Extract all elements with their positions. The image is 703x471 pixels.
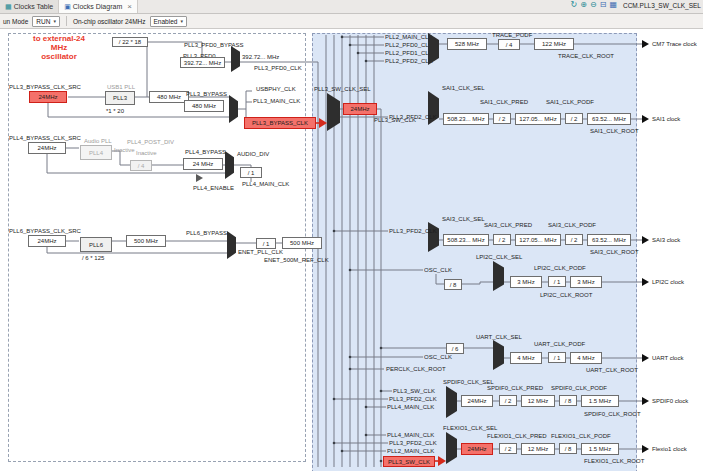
divider-enet-500m[interactable]: / 1 (256, 238, 276, 249)
value-spdif0-podf[interactable]: 1.5 MHz (581, 395, 619, 407)
clock-output[interactable]: SAI3 clock (652, 236, 680, 244)
clock-output[interactable]: SAI1 clock (652, 115, 680, 123)
value-pll3-pfd0[interactable]: 392.72... MHz (180, 57, 225, 68)
value-pll3-out[interactable]: 480 MHz (149, 91, 189, 103)
divider-spdif0-clk-podf[interactable]: / 8 (559, 395, 577, 406)
divider-uart-clk-podf[interactable]: / 1 (548, 352, 566, 363)
chevron-down-icon: ▾ (53, 18, 56, 24)
label-flexio1-clk-pred: FLEXIO1_CLK_PRED (487, 433, 547, 440)
label-spdif0-in-pll4-main-clk: PLL4_MAIN_CLK (387, 404, 434, 411)
block-pll3[interactable]: PLL3 (105, 91, 135, 105)
osc-select[interactable]: Enabled ▾ (150, 16, 187, 27)
value-trace-clk-root[interactable]: 122 MHz (534, 38, 574, 50)
tab-label: Clocks Table (14, 3, 54, 10)
value-flexio1-in-pll3-sw-clk[interactable]: PLL3_SW_CLK (383, 456, 435, 467)
value-lpi2c-sel[interactable]: 3 MHz (510, 276, 542, 288)
value-spdif0-sel[interactable]: 24MHz (461, 395, 493, 407)
clock-output[interactable]: LPI2C clock (652, 278, 684, 286)
block-pll6[interactable]: PLL6 (80, 237, 112, 252)
clock-output[interactable]: Flexio1 clock (652, 445, 687, 453)
label-flexio1-in-pll2-main-clk: PLL2_MAIN_CLK (387, 448, 434, 455)
grid-icon[interactable]: ▦ (609, 1, 617, 9)
label-uart-clk-sel: UART_CLK_SEL (476, 334, 522, 341)
label-usb1-pll: USB1 PLL (107, 84, 135, 91)
value-sai1-podf[interactable]: 63.52... MHz (587, 113, 631, 125)
value-enet-500m[interactable]: 500 MHz (282, 237, 322, 249)
clock-output-arrow-icon (642, 397, 649, 405)
label-uart-clk-root: UART_CLK_ROOT (586, 367, 638, 374)
editor-tabbar: ▦ Clocks Table ▣ Clocks Diagram × ↻ ⊕ ⊖ … (0, 0, 703, 14)
chevron-down-icon: ▾ (180, 18, 183, 24)
run-mode-select[interactable]: RUN ▾ (32, 16, 60, 27)
value-spdif0-pred[interactable]: 12 MHz (521, 395, 555, 407)
label-flexio1-in-pll4-main-clk: PLL4_MAIN_CLK (387, 432, 434, 439)
close-tab-icon[interactable]: × (127, 3, 132, 11)
value-flexio1-pred[interactable]: 12 MHz (521, 443, 555, 455)
divider-sai3-clk-pred[interactable]: / 2 (493, 234, 511, 245)
value-pll6-out[interactable]: 500 MHz (126, 235, 166, 247)
value-pll4-bypass-clk-src[interactable]: 24MHz (28, 142, 66, 154)
divider-audio-div[interactable]: / 1 (240, 167, 262, 178)
zoom-fit-icon[interactable]: ⊟ (600, 1, 607, 9)
value-uart-sel[interactable]: 4 MHz (510, 352, 542, 364)
clock-output[interactable]: SPDIF0 clock (652, 397, 688, 405)
zoom-out-icon[interactable]: ⊖ (590, 1, 597, 9)
value-pll3-pfd0-clk: 392.72... MHz (242, 54, 279, 61)
clock-output[interactable]: UART clock (652, 354, 683, 362)
value-pll3-bypass[interactable]: 480 MHz (184, 100, 224, 112)
clock-diagram-canvas[interactable]: to external-24 MHz oscillator/ 22 * 18PL… (0, 29, 703, 471)
divider-uart-pll3[interactable]: / 6 (446, 343, 464, 354)
clocks-tool-window: ▦ Clocks Table ▣ Clocks Diagram × ↻ ⊕ ⊖ … (0, 0, 703, 471)
value-trace-sel[interactable]: 528 MHz (447, 38, 487, 50)
label-trace-in-pll2-pfd0-clk: PLL2_PFD0_CLK (385, 42, 433, 49)
value-sai3-podf[interactable]: 63.52... MHz (587, 234, 631, 246)
clock-output[interactable]: CM7 Trace clock (652, 40, 697, 48)
value-uart-podf[interactable]: 4 MHz (570, 352, 602, 364)
divider-flexio1-clk-podf[interactable]: / 8 (559, 443, 577, 454)
value-sai1-sel[interactable]: 508.23... MHz (443, 113, 489, 125)
label-pll4-inactive: Inactive (114, 147, 135, 154)
divider-trace-podf[interactable]: / 4 (498, 39, 520, 50)
value-flexio1-podf[interactable]: 1.5 MHz (581, 443, 619, 455)
label-perclk-clk-root: PERCLK_CLK_ROOT (386, 366, 446, 373)
value-flexio1-sel[interactable]: 24MHz (461, 443, 493, 455)
divider-flexio1-clk-pred[interactable]: / 2 (499, 443, 517, 454)
divider-spdif0-clk-pred[interactable]: / 2 (499, 395, 517, 406)
divider-pll4-post-div[interactable]: / 4 (130, 160, 152, 171)
value-pll4-bypass[interactable]: 24 MHz (183, 158, 223, 170)
divider-pll3-pfd0-frac[interactable]: / 22 * 18 (112, 37, 148, 47)
label-pll4-bypass-clk-src: PLL4_BYPASS_CLK_SRC (9, 135, 81, 142)
label-lpi2c-clk-root: LPI2C_CLK_ROOT (540, 292, 592, 299)
pll4-enable-gate[interactable] (196, 174, 203, 182)
tab-label: Clocks Diagram (73, 3, 122, 10)
value-sai1-pred[interactable]: 127.05... MHz (515, 113, 561, 125)
label-lpi2c-clk-sel: LPI2C_CLK_SEL (476, 254, 522, 261)
divider-lpi2c-clk-podf[interactable]: / 1 (548, 276, 566, 287)
label-spdif0-clk-podf: SPDIF0_CLK_PODF (551, 385, 607, 392)
label-spdif0-clk-pred: SPDIF0_CLK_PRED (487, 385, 543, 392)
view-toolbar: un Mode RUN ▾ On-chip oscillator 24MHz E… (0, 14, 703, 29)
value-lpi2c-podf[interactable]: 3 MHz (570, 276, 602, 288)
divider-sai1-clk-pred[interactable]: / 2 (493, 113, 511, 124)
block-pll4[interactable]: PLL4 (80, 145, 112, 160)
value-sai3-pred[interactable]: 127.05... MHz (515, 234, 561, 246)
label-pll4-enable: PLL4_ENABLE (193, 185, 234, 192)
value-sai3-sel[interactable]: 508.23... MHz (443, 234, 489, 246)
label-audio-div: AUDIO_DIV (237, 151, 269, 158)
value-pll6-bypass-clk-src[interactable]: 24MHz (28, 235, 66, 247)
divider-sai1-clk-podf[interactable]: / 2 (565, 113, 583, 124)
tab-clocks-table[interactable]: ▦ Clocks Table (0, 0, 59, 13)
zoom-in-icon[interactable]: ⊕ (580, 1, 587, 9)
value-pll3-bypass-clk[interactable]: PLL3_BYPASS_CLK (244, 117, 316, 129)
toolbar-separator (66, 16, 67, 26)
label-audio-pll: Audio PLL (84, 138, 112, 145)
value-pll3-bypass-clk-src[interactable]: 24MHz (29, 91, 67, 103)
label-flexio1-in-pll3-pfd2-clk: PLL3_PFD2_CLK (389, 440, 437, 447)
run-mode-value: RUN (36, 18, 50, 25)
divider-lpi2c-osc[interactable]: / 8 (444, 279, 462, 290)
divider-sai3-clk-podf[interactable]: / 2 (565, 234, 583, 245)
refresh-icon[interactable]: ↻ (571, 1, 578, 9)
tab-clocks-diagram[interactable]: ▣ Clocks Diagram × (59, 0, 138, 13)
label-trace-in-pll2-pfd2-clk: PLL2_PFD2_CLK (385, 58, 433, 65)
value-pll3-sw-clk[interactable]: 24MHz (343, 103, 377, 115)
